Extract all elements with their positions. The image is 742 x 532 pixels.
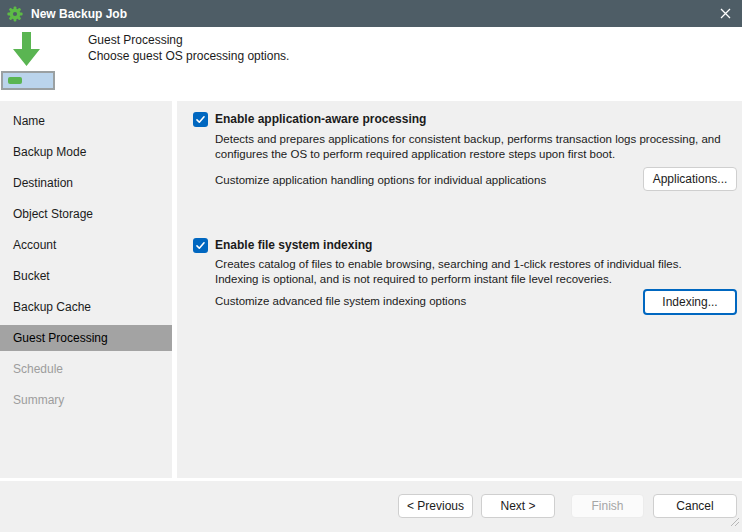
application-customize-label: Customize application handling options f… (215, 173, 546, 188)
application-aware-checkbox[interactable] (193, 112, 208, 127)
close-icon (720, 8, 731, 19)
gear-icon (7, 6, 23, 22)
wizard-footer: < Previous Next > Finish Cancel (0, 481, 742, 532)
guest-processing-content: Enable application-aware processing Dete… (177, 101, 742, 478)
sidebar-item-object-storage[interactable]: Object Storage (0, 201, 172, 227)
sidebar-item-account[interactable]: Account (0, 232, 172, 258)
titlebar: New Backup Job (0, 0, 742, 27)
wizard-progress-fill (8, 77, 22, 84)
file-indexing-checkbox[interactable] (193, 238, 208, 253)
checkmark-icon (195, 240, 206, 251)
cancel-button[interactable]: Cancel (653, 494, 737, 518)
sidebar-item-backup-mode[interactable]: Backup Mode (0, 139, 172, 165)
application-aware-description-line1: Detects and prepares applications for co… (215, 132, 721, 147)
file-indexing-label[interactable]: Enable file system indexing (215, 238, 372, 253)
step-subtitle: Choose guest OS processing options. (88, 49, 289, 64)
wizard-banner: Guest Processing Choose guest OS process… (0, 27, 742, 101)
resize-grip-icon[interactable] (730, 516, 740, 530)
previous-button[interactable]: < Previous (398, 494, 473, 518)
wizard-progress-icon (1, 71, 55, 90)
file-indexing-description-line2: Indexing is optional, and is not require… (215, 272, 612, 287)
sidebar-item-guest-processing[interactable]: Guest Processing (0, 325, 172, 351)
sidebar-item-name[interactable]: Name (0, 108, 172, 134)
indexing-button[interactable]: Indexing... (643, 289, 737, 315)
window-title: New Backup Job (31, 7, 127, 21)
wizard-body: Name Backup Mode Destination Object Stor… (0, 101, 742, 478)
sidebar-item-backup-cache[interactable]: Backup Cache (0, 294, 172, 320)
sidebar-item-summary: Summary (0, 387, 172, 413)
sidebar-item-bucket[interactable]: Bucket (0, 263, 172, 289)
indexing-customize-label: Customize advanced file system indexing … (215, 294, 466, 309)
new-backup-job-window: New Backup Job Guest Processing Choose g… (0, 0, 742, 532)
wizard-steps-sidebar: Name Backup Mode Destination Object Stor… (0, 108, 172, 418)
application-aware-label[interactable]: Enable application-aware processing (215, 112, 426, 127)
finish-button: Finish (571, 494, 644, 518)
sidebar-item-schedule: Schedule (0, 356, 172, 382)
checkmark-icon (195, 114, 206, 125)
step-title: Guest Processing (88, 33, 183, 48)
applications-button[interactable]: Applications... (643, 167, 737, 191)
next-button[interactable]: Next > (481, 494, 555, 518)
application-aware-description-line2: configures the OS to perform required ap… (215, 147, 615, 162)
file-indexing-description-line1: Creates catalog of files to enable brows… (215, 257, 682, 272)
close-button[interactable] (708, 0, 742, 27)
sidebar-item-destination[interactable]: Destination (0, 170, 172, 196)
green-arrow-icon (9, 32, 45, 73)
